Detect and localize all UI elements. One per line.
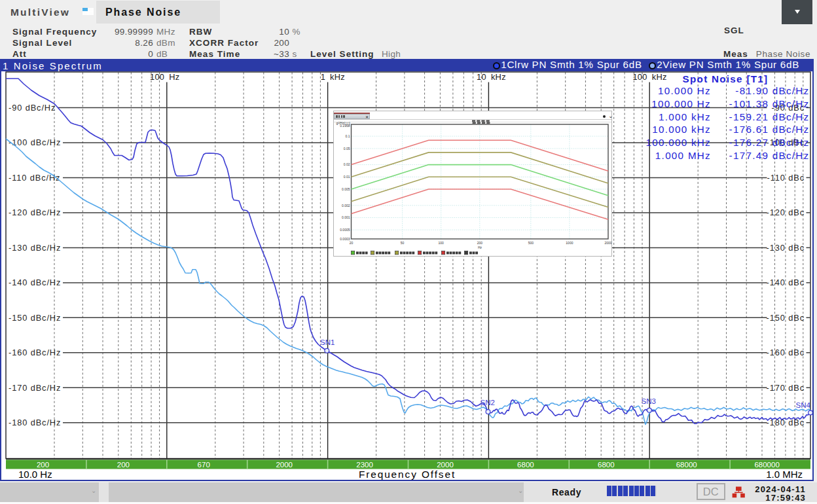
svg-text:kHz: kHz: [491, 72, 506, 82]
svg-text:1.000 kHz: 1.000 kHz: [659, 111, 711, 122]
svg-text:-176.61 dBc/Hz: -176.61 dBc/Hz: [729, 124, 810, 135]
svg-text:10.000 kHz: 10.000 kHz: [652, 124, 711, 135]
svg-text:-120 dBc/Hz: -120 dBc/Hz: [9, 207, 61, 217]
svg-text:10: 10: [477, 72, 486, 82]
svg-text:100: 100: [438, 241, 444, 245]
svg-text:-177.49 dBc/Hz: -177.49 dBc/Hz: [729, 150, 810, 161]
svg-text:-150 dBc/Hz: -150 dBc/Hz: [9, 313, 61, 323]
svg-text:-101.38 dBc/Hz: -101.38 dBc/Hz: [729, 98, 810, 109]
svg-text:2000: 2000: [437, 461, 454, 469]
svg-text:-81.90 dBc/Hz: -81.90 dBc/Hz: [735, 85, 809, 96]
svg-text:680000: 680000: [754, 461, 779, 469]
svg-text:-120 dBc: -120 dBc: [767, 207, 805, 217]
svg-text:0.02: 0.02: [343, 162, 350, 166]
svg-text:SN4: SN4: [796, 401, 811, 409]
svg-text:10.0 Hz: 10.0 Hz: [18, 469, 52, 480]
svg-text:-180 dBc/Hz: -180 dBc/Hz: [9, 418, 61, 427]
svg-text:Hz: Hz: [169, 72, 179, 82]
svg-text:SN2: SN2: [481, 399, 495, 406]
svg-text:0.0003: 0.0003: [340, 237, 350, 241]
svg-text:6800: 6800: [598, 461, 615, 469]
svg-text:200: 200: [477, 241, 482, 245]
svg-text:1.0 MHz: 1.0 MHz: [766, 469, 803, 480]
svg-text:6800: 6800: [517, 461, 534, 469]
svg-text:Frequency Offset: Frequency Offset: [359, 469, 456, 480]
svg-text:kHz: kHz: [330, 72, 345, 82]
svg-text:SN3: SN3: [642, 397, 656, 405]
svg-text:2000: 2000: [276, 461, 293, 469]
svg-text:kHz: kHz: [652, 72, 667, 82]
svg-text:-100 dBc/Hz: -100 dBc/Hz: [9, 137, 61, 147]
svg-text:1000: 1000: [566, 241, 573, 245]
svg-text:-140 dBc: -140 dBc: [767, 278, 805, 287]
svg-text:2300: 2300: [356, 461, 373, 469]
svg-text:10.000 Hz: 10.000 Hz: [658, 85, 711, 96]
svg-text:0.002: 0.002: [341, 204, 350, 207]
svg-text:-160 dBc/Hz: -160 dBc/Hz: [9, 348, 61, 357]
svg-text:0.05: 0.05: [343, 147, 350, 151]
svg-text:-110 dBc: -110 dBc: [767, 173, 805, 183]
svg-text:0.0005: 0.0005: [340, 228, 350, 232]
svg-text:2000: 2000: [604, 241, 611, 245]
svg-text:0.1: 0.1: [345, 134, 350, 138]
svg-text:-170 dBc: -170 dBc: [767, 383, 805, 393]
svg-text:-90 dBc/Hz: -90 dBc/Hz: [9, 103, 56, 113]
svg-text:Hz: Hz: [477, 245, 482, 249]
svg-text:500: 500: [528, 241, 534, 245]
svg-text:-130 dBc/Hz: -130 dBc/Hz: [9, 243, 61, 253]
svg-text:200: 200: [37, 461, 49, 469]
svg-text:50: 50: [400, 241, 404, 245]
svg-text:68000: 68000: [676, 461, 697, 469]
svg-text:-130 dBc: -130 dBc: [767, 243, 805, 253]
svg-text:-159.21 dBc/Hz: -159.21 dBc/Hz: [729, 111, 810, 122]
svg-text:-140 dBc/Hz: -140 dBc/Hz: [9, 278, 61, 287]
svg-text:-176.27 dBc/Hz: -176.27 dBc/Hz: [729, 137, 810, 148]
svg-text:-170 dBc/Hz: -170 dBc/Hz: [9, 383, 61, 393]
svg-text:0.005: 0.005: [341, 187, 350, 191]
svg-text:1.000 MHz: 1.000 MHz: [655, 150, 711, 161]
svg-text:670: 670: [198, 461, 210, 469]
svg-text:-160 dBc: -160 dBc: [767, 348, 805, 357]
svg-text:100.000 Hz: 100.000 Hz: [651, 98, 711, 109]
svg-text:-150 dBc: -150 dBc: [767, 313, 805, 323]
svg-text:-110 dBc/Hz: -110 dBc/Hz: [9, 173, 60, 183]
svg-text:1: 1: [321, 72, 325, 82]
svg-text:100.000 kHz: 100.000 kHz: [645, 137, 711, 148]
svg-text:0.01: 0.01: [343, 175, 350, 179]
svg-text:SN1: SN1: [320, 338, 335, 346]
svg-text:100: 100: [150, 72, 164, 82]
svg-text:20: 20: [349, 241, 353, 245]
svg-text:0.001: 0.001: [341, 215, 350, 219]
svg-text:0.1958: 0.1958: [340, 124, 350, 128]
svg-text:200: 200: [117, 461, 130, 469]
svg-text:100: 100: [632, 72, 647, 82]
svg-text:Spot Noise [T1]: Spot Noise [T1]: [683, 73, 769, 84]
